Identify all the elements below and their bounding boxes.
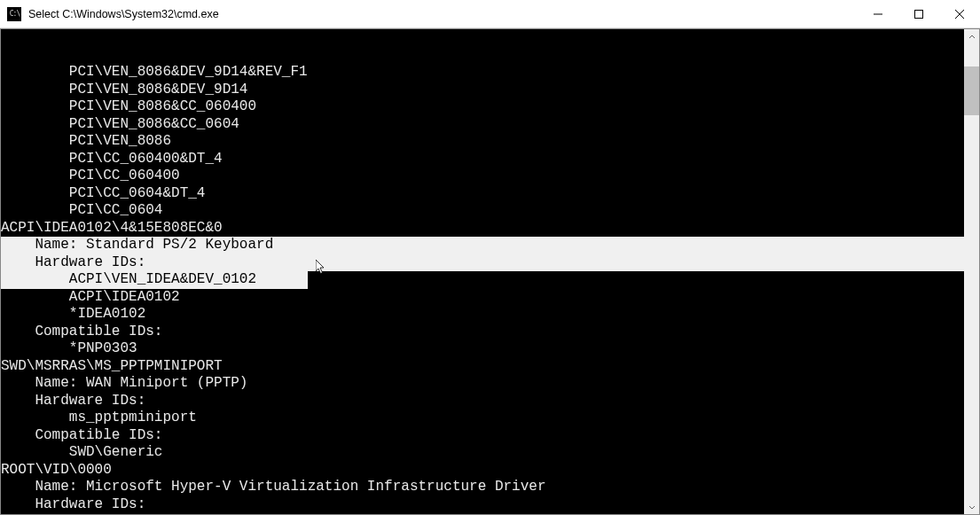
terminal-line: Name: Standard PS/2 Keyboard [1, 237, 964, 254]
window-titlebar[interactable]: C:\ Select C:\Windows\System32\cmd.exe [0, 0, 980, 28]
terminal-line: ACPI\IDEA0102\4&15E808EC&0 [1, 220, 964, 238]
terminal-line: SWD\Generic [1, 444, 964, 462]
terminal-line: ACPI\VEN_IDEA&DEV_0102 [1, 271, 964, 289]
terminal-line: PCI\CC_0604&DT_4 [1, 185, 964, 203]
terminal-line: PCI\CC_060400 [1, 168, 964, 185]
scroll-down-button[interactable] [964, 499, 979, 514]
window-title: Select C:\Windows\System32\cmd.exe [27, 8, 858, 20]
terminal-line: ROOT\VID [1, 513, 964, 514]
terminal-line: PCI\VEN_8086&DEV_9D14&REV_F1 [1, 64, 964, 82]
terminal-line: Compatible IDs: [1, 427, 964, 445]
terminal-line: Hardware IDs: [1, 496, 964, 514]
scroll-up-button[interactable] [964, 29, 979, 44]
terminal-line: Hardware IDs: [1, 254, 964, 272]
terminal-line: ACPI\IDEA0102 [1, 289, 964, 307]
cmd-icon: C:\ [7, 7, 21, 21]
maximize-button[interactable] [898, 0, 939, 27]
svg-rect-1 [915, 10, 923, 18]
terminal-line: PCI\VEN_8086 [1, 133, 964, 151]
scroll-thumb[interactable] [964, 66, 979, 115]
terminal-line: Name: WAN Miniport (PPTP) [1, 375, 964, 393]
terminal-line: ROOT\VID\0000 [1, 462, 964, 480]
terminal-line: *IDEA0102 [1, 306, 964, 324]
terminal-line: Hardware IDs: [1, 393, 964, 410]
minimize-button[interactable] [858, 0, 898, 27]
terminal-line: PCI\VEN_8086&CC_060400 [1, 98, 964, 116]
terminal-line: Compatible IDs: [1, 324, 964, 341]
terminal-line: *PNP0303 [1, 340, 964, 358]
terminal-line: PCI\CC_060400&DT_4 [1, 151, 964, 168]
terminal-output[interactable]: PCI\VEN_8086&DEV_9D14&REV_F1 PCI\VEN_808… [1, 29, 964, 514]
vertical-scrollbar[interactable] [964, 29, 979, 514]
terminal-container: PCI\VEN_8086&DEV_9D14&REV_F1 PCI\VEN_808… [0, 28, 980, 515]
terminal-line: PCI\VEN_8086&DEV_9D14 [1, 82, 964, 99]
close-button[interactable] [939, 0, 980, 27]
terminal-line: PCI\CC_0604 [1, 202, 964, 220]
terminal-line: SWD\MSRRAS\MS_PPTPMINIPORT [1, 358, 964, 376]
terminal-line: ms_pptpminiport [1, 410, 964, 427]
terminal-line: PCI\VEN_8086&CC_0604 [1, 116, 964, 134]
terminal-line: Name: Microsoft Hyper-V Virtualization I… [1, 479, 964, 496]
scroll-track[interactable] [964, 44, 979, 499]
window-controls [858, 0, 980, 27]
